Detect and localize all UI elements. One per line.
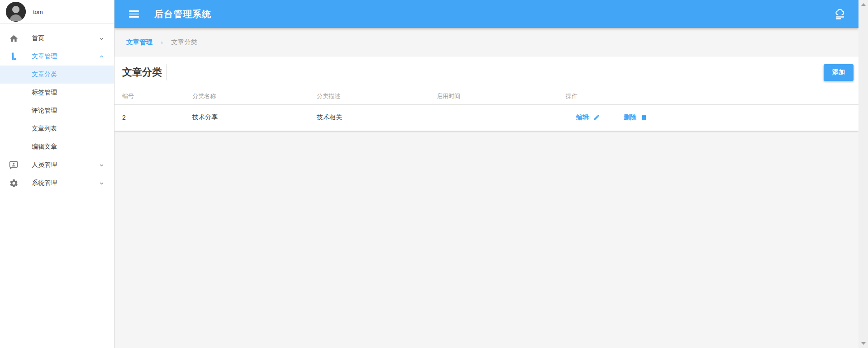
article-pen-icon [8,51,19,62]
breadcrumb-separator-icon: › [161,38,163,46]
column-header-name: 分类名称 [192,88,317,104]
home-icon [8,33,19,44]
vertical-scrollbar[interactable] [858,0,868,348]
chevron-up-icon [98,53,105,60]
sidebar-item-label: 首页 [32,34,44,42]
edit-button[interactable]: 编辑 [576,113,600,122]
chevron-down-icon [98,35,105,42]
sidebar-subitem-edit-article[interactable]: 编辑文章 [0,138,114,156]
breadcrumb-current: 文章分类 [171,38,197,47]
people-chat-icon [8,160,19,170]
card-header: 文章分类 添加 [114,56,858,88]
sidebar-subitem-article-categories[interactable]: 文章分类 [0,66,114,84]
app-bar: 后台管理系统 [114,0,858,28]
cell-enable-time [437,104,566,131]
sidebar-subitem-comment-management[interactable]: 评论管理 [0,102,114,120]
table-row: 2 技术分享 技术相关 编辑 删除 [114,104,858,131]
cell-name: 技术分享 [192,104,317,131]
sidebar-item-label: 文章管理 [32,52,57,61]
cell-description: 技术相关 [317,104,437,131]
sidebar-nav: 首页 文章管理 文章分类 标签管理 评论管理 [0,24,114,192]
add-button[interactable]: 添加 [824,64,854,81]
sidebar-item-articles[interactable]: 文章管理 [0,47,114,66]
settings-gear-icon [8,178,19,188]
user-row[interactable]: tom [0,0,114,24]
sidebar-subitem-label: 编辑文章 [32,143,57,151]
sidebar-item-system[interactable]: 系统管理 [0,174,114,192]
scrollbar-up-arrow-icon[interactable] [861,3,866,6]
app-title: 后台管理系统 [154,8,211,20]
categories-table: 编号 分类名称 分类描述 启用时间 操作 2 技术分享 技术相关 编辑 [114,88,858,131]
breadcrumb-link-articles[interactable]: 文章管理 [126,38,153,47]
trash-icon [640,114,648,121]
sidebar-item-label: 系统管理 [32,179,57,187]
sidebar-subitem-label: 评论管理 [32,107,57,115]
sidebar-subitem-article-list[interactable]: 文章列表 [0,120,114,138]
breadcrumb: 文章管理 › 文章分类 [114,28,858,56]
sidebar-item-personnel[interactable]: 人员管理 [0,156,114,174]
column-header-description: 分类描述 [317,88,437,104]
column-header-actions: 操作 [566,88,858,104]
cloud-icon[interactable] [833,7,847,21]
content-card: 文章分类 添加 编号 分类名称 分类描述 启用时间 操作 2 技术分享 [114,56,858,131]
sidebar-subitem-label: 文章列表 [32,125,57,133]
sidebar: tom 首页 文章管理 文章分类 [0,0,114,348]
main-area: 后台管理系统 文章管理 › 文章分类 文章分类 添加 编号 [114,0,858,348]
sidebar-subitem-tag-management[interactable]: 标签管理 [0,84,114,102]
cell-actions: 编辑 删除 [566,104,858,131]
cell-id: 2 [114,104,192,131]
hamburger-menu-icon[interactable] [129,10,139,18]
user-name: tom [33,9,43,15]
sidebar-item-label: 人员管理 [32,161,57,169]
pencil-icon [593,114,600,121]
sidebar-subitem-label: 标签管理 [32,89,57,97]
delete-button[interactable]: 删除 [624,113,648,122]
sidebar-subitem-label: 文章分类 [32,71,57,79]
chevron-down-icon [98,180,105,187]
edit-button-label: 编辑 [576,113,589,122]
title-divider [166,64,167,80]
page-title: 文章分类 [122,66,162,79]
avatar [6,2,26,22]
chevron-down-icon [98,162,105,169]
sidebar-item-home[interactable]: 首页 [0,29,114,47]
column-header-enable-time: 启用时间 [437,88,566,104]
column-header-id: 编号 [114,88,192,104]
table-header-row: 编号 分类名称 分类描述 启用时间 操作 [114,88,858,104]
scrollbar-down-arrow-icon[interactable] [861,342,866,345]
delete-button-label: 删除 [624,113,636,122]
